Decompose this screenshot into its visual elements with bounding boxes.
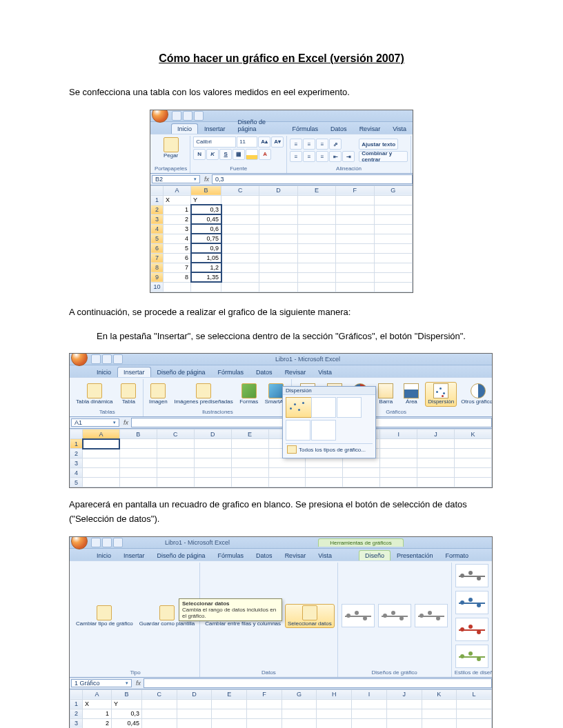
cell[interactable] [164, 282, 191, 292]
tab-datos[interactable]: Datos [324, 123, 353, 134]
qat-save-icon[interactable] [91, 354, 101, 364]
chart-style-thumb[interactable] [455, 618, 488, 641]
col-header[interactable]: I [352, 689, 387, 699]
col-header[interactable]: J [417, 429, 455, 439]
tab-datos[interactable]: Datos [250, 367, 279, 377]
col-header[interactable]: G [374, 185, 412, 195]
change-chart-type-button[interactable]: Cambiar tipo de gráfico [74, 605, 135, 628]
indent-inc-button[interactable]: ⇥ [342, 151, 355, 162]
col-header[interactable]: A [83, 689, 112, 699]
spreadsheet-grid[interactable]: A B C D E F G H I J K 1 2 3 4 5 [70, 429, 492, 487]
formula-bar[interactable]: 0,3 [212, 174, 413, 184]
tab-formulas[interactable]: Fórmulas [286, 123, 325, 134]
formula-bar[interactable] [144, 678, 492, 688]
cell[interactable] [191, 282, 221, 292]
cell[interactable]: 0,45 [191, 214, 221, 224]
cell[interactable]: Y [191, 195, 221, 205]
tab-revisar[interactable]: Revisar [279, 367, 313, 377]
row-header[interactable]: 5 [70, 478, 83, 487]
cell[interactable]: 0,75 [191, 234, 221, 243]
tab-diseno-pagina[interactable]: Diseño de página [151, 550, 212, 560]
row-header[interactable]: 1 [70, 439, 83, 449]
qat-save-icon[interactable] [91, 538, 101, 547]
office-button-icon[interactable] [71, 353, 88, 366]
paste-button[interactable]: Pegar [159, 136, 183, 160]
row-header[interactable]: 6 [151, 243, 164, 253]
tab-vista[interactable]: Vista [312, 550, 338, 560]
cell[interactable]: 2 [83, 718, 112, 728]
chart-layout-thumb[interactable] [342, 604, 375, 627]
pivottable-button[interactable]: Tabla dinámica [74, 383, 115, 406]
cell[interactable]: 1 [164, 205, 191, 214]
cell[interactable]: 1,2 [191, 263, 221, 272]
col-header[interactable]: C [157, 429, 194, 439]
scatter-chart-button[interactable]: Dispersión [425, 382, 457, 407]
cell[interactable]: X [83, 699, 112, 709]
tab-insertar[interactable]: Insertar [198, 123, 232, 134]
col-header[interactable]: K [455, 429, 492, 439]
tab-revisar[interactable]: Revisar [279, 550, 313, 560]
orientation-button[interactable]: ⇗ [329, 139, 342, 150]
col-header[interactable]: B [119, 429, 157, 439]
align-left-button[interactable]: ≡ [290, 151, 302, 162]
col-header[interactable]: C [221, 185, 259, 195]
tab-diseno-pagina[interactable]: Diseño de página [151, 367, 212, 377]
align-bottom-button[interactable]: ≡ [316, 139, 328, 150]
qat-undo-icon[interactable] [102, 538, 112, 547]
tab-insertar[interactable]: Insertar [117, 550, 151, 560]
fill-color-button[interactable] [246, 149, 258, 160]
select-all-corner[interactable] [151, 185, 164, 195]
qat-undo-icon[interactable] [183, 111, 192, 121]
col-header[interactable]: J [386, 689, 422, 699]
tab-vista[interactable]: Vista [312, 367, 338, 377]
col-header[interactable]: B [112, 689, 142, 699]
cell[interactable]: 3 [164, 224, 191, 234]
scatter-smooth-option[interactable] [337, 397, 362, 418]
font-shrink-button[interactable]: A▾ [271, 136, 284, 148]
qat-undo-icon[interactable] [102, 354, 112, 364]
row-header[interactable]: 2 [70, 449, 83, 458]
tab-inicio[interactable]: Inicio [171, 123, 198, 134]
col-header[interactable]: E [212, 689, 247, 699]
scatter-smooth-markers-option[interactable] [311, 397, 336, 418]
tab-diseno-chart[interactable]: Diseño [359, 550, 391, 560]
col-header[interactable]: D [259, 185, 297, 195]
font-name-select[interactable]: Calibri [193, 136, 236, 148]
tab-diseno-pagina[interactable]: Diseño de página [232, 117, 286, 134]
cell[interactable]: 0,3 [191, 205, 221, 214]
chart-style-thumb[interactable] [455, 645, 488, 668]
row-header[interactable]: 5 [151, 234, 164, 243]
tab-presentacion[interactable]: Presentación [391, 550, 439, 560]
cell[interactable]: 5 [164, 243, 191, 253]
chart-layout-thumb[interactable] [378, 604, 411, 627]
tab-formulas[interactable]: Fórmulas [212, 367, 250, 377]
row-header[interactable]: 3 [70, 458, 83, 468]
spreadsheet-grid[interactable]: A B C D E F G H I J K L 1XY210,3320,4543… [70, 689, 492, 728]
row-header[interactable]: 1 [70, 699, 83, 709]
office-button-icon[interactable] [152, 110, 168, 123]
qat-save-icon[interactable] [172, 111, 181, 121]
tab-datos[interactable]: Datos [250, 550, 279, 560]
row-header[interactable]: 2 [70, 709, 83, 718]
col-header[interactable]: C [142, 689, 177, 699]
bar-chart-button[interactable]: Barra [374, 383, 397, 406]
bold-button[interactable]: N [193, 149, 206, 160]
cell[interactable]: 1 [83, 709, 112, 718]
col-header[interactable]: D [177, 689, 212, 699]
row-header[interactable]: 10 [151, 282, 164, 292]
tab-inicio[interactable]: Inicio [90, 550, 117, 560]
col-header[interactable]: B [191, 185, 221, 195]
row-header[interactable]: 1 [151, 195, 164, 205]
other-charts-button[interactable]: Otros gráficos [459, 383, 493, 406]
col-header[interactable]: A [164, 185, 191, 195]
col-header[interactable]: I [380, 429, 417, 439]
fx-icon[interactable]: fx [204, 176, 209, 183]
underline-button[interactable]: S [219, 149, 232, 160]
fx-icon[interactable]: fx [136, 680, 141, 687]
chart-layout-thumb[interactable] [415, 604, 448, 627]
col-header[interactable]: F [336, 185, 374, 195]
row-header[interactable]: 8 [151, 263, 164, 272]
col-header[interactable]: E [297, 185, 335, 195]
select-all-corner[interactable] [70, 429, 83, 439]
name-box[interactable]: B2 [152, 175, 200, 183]
